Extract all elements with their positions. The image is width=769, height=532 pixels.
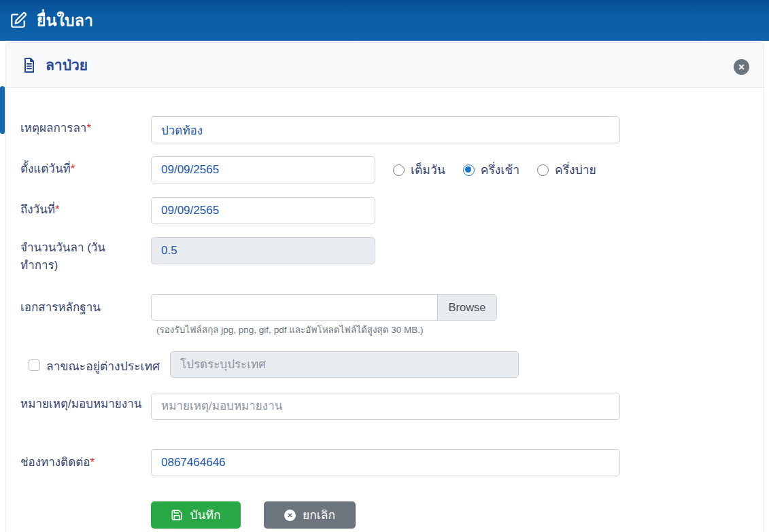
panel-header: ลาป่วย (6, 43, 764, 88)
save-button[interactable]: บันทึก (151, 501, 241, 529)
day-option-label: ครึ่งบ่าย (555, 160, 596, 179)
attachment-file-value (152, 295, 437, 320)
from-date-input[interactable] (151, 156, 375, 183)
edit-icon (10, 12, 27, 29)
required-asterisk: * (90, 456, 95, 469)
reason-input[interactable] (151, 116, 620, 143)
browse-button[interactable]: Browse (437, 295, 496, 320)
day-option-label: เต็มวัน (411, 160, 445, 179)
reason-label-text: เหตุผลการลา (20, 122, 86, 135)
cancel-button[interactable]: ยกเลิก (264, 501, 356, 529)
day-option-0[interactable]: เต็มวัน (393, 160, 445, 179)
to-date-input[interactable] (151, 197, 375, 224)
from-date-label-text: ตั้งแต่วันที่ (20, 162, 71, 175)
days-count-input (151, 237, 375, 264)
save-button-label: บันทึก (190, 506, 220, 525)
to-date-label-text: ถึงวันที่ (20, 203, 55, 216)
required-asterisk: * (55, 203, 60, 216)
radio-selected-icon[interactable] (463, 164, 475, 176)
contact-label: ช่องทางติดต่อ* (20, 454, 146, 472)
attachment-file-input[interactable]: Browse (151, 294, 497, 321)
attachment-hint: (รองรับไฟล์สกุล jpg, png, gif, pdf และอั… (156, 322, 424, 337)
day-option-label: ครึ่งเช้า (481, 160, 519, 179)
close-icon[interactable] (734, 59, 749, 75)
page-title: ยื่นใบลา (37, 8, 93, 33)
days-count-label: จำนวนวันลา (วันทำการ) (20, 239, 139, 274)
save-icon (171, 509, 183, 521)
country-input (170, 351, 519, 378)
day-option-1[interactable]: ครึ่งเช้า (463, 160, 519, 179)
note-label: หมายเหตุ/มอบหมายงาน (20, 395, 148, 413)
abroad-checkbox[interactable] (29, 359, 40, 371)
from-date-label: ตั้งแต่วันที่* (20, 160, 146, 178)
cancel-icon (284, 510, 296, 521)
required-asterisk: * (71, 162, 75, 175)
panel-title: ลาป่วย (46, 54, 88, 76)
radio-icon[interactable] (537, 164, 549, 176)
attachment-label: เอกสารหลักฐาน (20, 299, 146, 317)
reason-label: เหตุผลการลา* (20, 120, 146, 137)
document-icon (21, 57, 37, 73)
cancel-button-label: ยกเลิก (303, 506, 335, 525)
radio-icon[interactable] (393, 164, 405, 176)
contact-label-text: ช่องทางติดต่อ (20, 456, 90, 469)
to-date-label: ถึงวันที่* (20, 201, 146, 219)
leave-form-page: ยื่นใบลา ลาป่วย เหตุผลการลา* ตั้งแต่วันท… (0, 0, 769, 532)
required-asterisk: * (86, 122, 91, 135)
day-option-group: เต็มวันครึ่งเช้าครึ่งบ่าย (393, 156, 596, 183)
day-option-2[interactable]: ครึ่งบ่าย (537, 160, 596, 179)
title-bar: ยื่นใบลา (0, 0, 769, 41)
contact-input[interactable] (151, 449, 620, 476)
note-input[interactable] (151, 393, 620, 420)
left-scrollbar-thumb[interactable] (0, 86, 5, 134)
abroad-label: ลาขณะอยู่ต่างประเทศ (46, 357, 160, 376)
